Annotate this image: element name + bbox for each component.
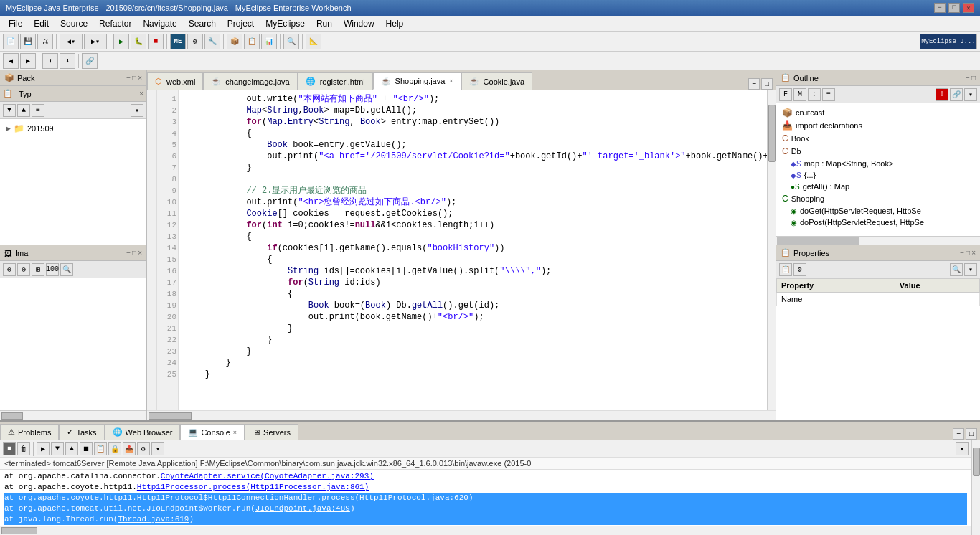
console-view-menu[interactable]: ▾: [956, 442, 969, 455]
new-button[interactable]: 📄: [3, 34, 19, 49]
console-btn8[interactable]: ⚙: [137, 442, 150, 455]
editor-minimize[interactable]: −: [748, 78, 760, 90]
properties-maximize[interactable]: □: [966, 249, 970, 257]
menu-edit[interactable]: Edit: [28, 17, 55, 30]
tb2-btn-1[interactable]: ◀: [3, 53, 19, 69]
console-tab-close[interactable]: ×: [233, 429, 237, 436]
tb2-btn-2[interactable]: ▶: [20, 53, 36, 69]
outline-maximize[interactable]: □: [971, 74, 976, 82]
outline-map-field[interactable]: ◆S map : Map<String, Book>: [779, 158, 977, 169]
myeclipse-icon[interactable]: ME: [170, 34, 186, 49]
outline-cn-itcast[interactable]: 📦 cn.itcast: [779, 106, 977, 119]
menu-search[interactable]: Search: [183, 17, 222, 30]
prop-tb1[interactable]: 📋: [779, 263, 792, 276]
tab-console[interactable]: 💻 Console ×: [180, 424, 245, 440]
tab-registerl[interactable]: 🌐 registerl.html: [298, 72, 373, 90]
menu-run[interactable]: Run: [311, 17, 338, 30]
pack-minimize-icon[interactable]: −: [126, 74, 131, 82]
tb2-btn-5[interactable]: 🔗: [82, 53, 98, 69]
run-button[interactable]: ▶: [113, 34, 129, 49]
img-tb-btn4[interactable]: 100: [46, 263, 59, 276]
outline-db[interactable]: C Db: [779, 145, 977, 158]
outline-getall[interactable]: ●S getAll() : Map: [779, 181, 977, 192]
toolbar-btn-8[interactable]: 📊: [261, 34, 277, 49]
tab-cookie[interactable]: ☕ Cookie.java: [461, 72, 532, 90]
search-toolbar-button[interactable]: 🔍: [283, 34, 299, 49]
outline-sort[interactable]: ↕: [808, 88, 821, 101]
tab-tasks[interactable]: ✓ Tasks: [59, 424, 104, 440]
pack-tb-btn1[interactable]: ▼: [3, 104, 16, 117]
console-terminate[interactable]: ■: [3, 442, 16, 455]
maximize-button[interactable]: □: [948, 3, 960, 13]
console-btn6[interactable]: 🔒: [108, 442, 121, 455]
perspective-button[interactable]: 📐: [306, 34, 321, 49]
img-tb-btn5[interactable]: 🔍: [60, 263, 73, 276]
prop-menu[interactable]: ▾: [964, 263, 977, 276]
img-minimize-icon[interactable]: −: [126, 249, 131, 257]
outline-static-block[interactable]: ◆S {...}: [779, 169, 977, 181]
pack-menu-btn[interactable]: ▾: [131, 104, 143, 117]
menu-navigate[interactable]: Navigate: [137, 17, 182, 30]
save-button[interactable]: 💾: [20, 34, 36, 49]
pack-tb-btn2[interactable]: ▲: [17, 104, 30, 117]
typ-close-icon[interactable]: ×: [139, 90, 143, 98]
menu-refactor[interactable]: Refactor: [93, 17, 137, 30]
tree-item-201509[interactable]: ▶ 📁 201509: [3, 122, 143, 135]
console-minimize[interactable]: −: [953, 428, 964, 440]
menu-project[interactable]: Project: [222, 17, 260, 30]
tab-changeimage[interactable]: ☕ changeimage.java: [203, 72, 297, 90]
outline-book[interactable]: C Book: [779, 132, 977, 145]
print-button[interactable]: 🖨: [37, 34, 53, 49]
tab-web-browser[interactable]: 🌐 Web Browser: [105, 424, 181, 440]
tb2-btn-4[interactable]: ⬇: [60, 53, 75, 69]
menu-window[interactable]: Window: [338, 17, 380, 30]
pack-close-icon[interactable]: ×: [138, 74, 142, 82]
back-button[interactable]: ◀▾: [60, 34, 83, 49]
prop-name-value[interactable]: [895, 293, 979, 306]
outline-hide-fields[interactable]: F: [779, 88, 792, 101]
console-btn3[interactable]: ▲: [65, 442, 78, 455]
menu-help[interactable]: Help: [380, 17, 410, 30]
editor-maximize[interactable]: □: [761, 78, 773, 90]
img-close-icon[interactable]: ×: [138, 249, 142, 257]
outline-menu[interactable]: ▾: [964, 88, 977, 101]
toolbar-btn-5[interactable]: 🔧: [204, 34, 220, 49]
console-hscroll[interactable]: [0, 526, 971, 535]
tab-servers[interactable]: 🖥 Servers: [245, 424, 298, 440]
stop-button[interactable]: ■: [148, 34, 164, 49]
tab-problems[interactable]: ⚠ Problems: [0, 424, 59, 440]
console-btn5[interactable]: 📋: [94, 442, 107, 455]
outline-hscroll[interactable]: [776, 236, 980, 245]
prop-filter[interactable]: 🔍: [950, 263, 963, 276]
outline-imports[interactable]: 📥 import declarations: [779, 119, 977, 132]
console-maximize[interactable]: □: [966, 428, 977, 440]
properties-close[interactable]: ×: [971, 249, 976, 257]
editor-hscroll[interactable]: [147, 410, 776, 420]
console-submenu[interactable]: ▾: [151, 442, 164, 455]
close-button[interactable]: ✕: [963, 3, 974, 13]
typ-tab-label[interactable]: Typ: [19, 90, 32, 98]
pack-collapse-btn[interactable]: ≡: [32, 104, 44, 117]
menu-file[interactable]: File: [3, 17, 28, 30]
minimize-button[interactable]: −: [934, 3, 946, 13]
console-btn4[interactable]: ⏹: [80, 442, 93, 455]
console-btn7[interactable]: 📤: [123, 442, 136, 455]
outline-minimize[interactable]: −: [966, 74, 970, 82]
outline-hide-methods[interactable]: M: [793, 88, 806, 101]
outline-doget[interactable]: ◉ doGet(HttpServletRequest, HttpSe: [779, 205, 977, 217]
outline-error-btn[interactable]: !: [936, 88, 948, 101]
console-btn1[interactable]: ▶: [37, 442, 50, 455]
shopping-tab-close[interactable]: ×: [449, 77, 453, 85]
img-tb-btn2[interactable]: ⊖: [17, 263, 30, 276]
outline-shopping[interactable]: C Shopping: [779, 192, 977, 205]
prop-tb2[interactable]: ⚙: [793, 263, 806, 276]
outline-link[interactable]: 🔗: [950, 88, 963, 101]
outline-dopost[interactable]: ◉ doPost(HttpServletRequest, HttpSe: [779, 217, 977, 228]
editor-vscroll[interactable]: [767, 90, 776, 410]
toolbar-btn-4[interactable]: ⚙: [187, 34, 203, 49]
debug-button[interactable]: 🐛: [131, 34, 146, 49]
toolbar-btn-7[interactable]: 📋: [244, 34, 260, 49]
outline-collapse[interactable]: ≡: [822, 88, 835, 101]
menu-source[interactable]: Source: [55, 17, 93, 30]
pack-maximize-icon[interactable]: □: [132, 74, 136, 82]
